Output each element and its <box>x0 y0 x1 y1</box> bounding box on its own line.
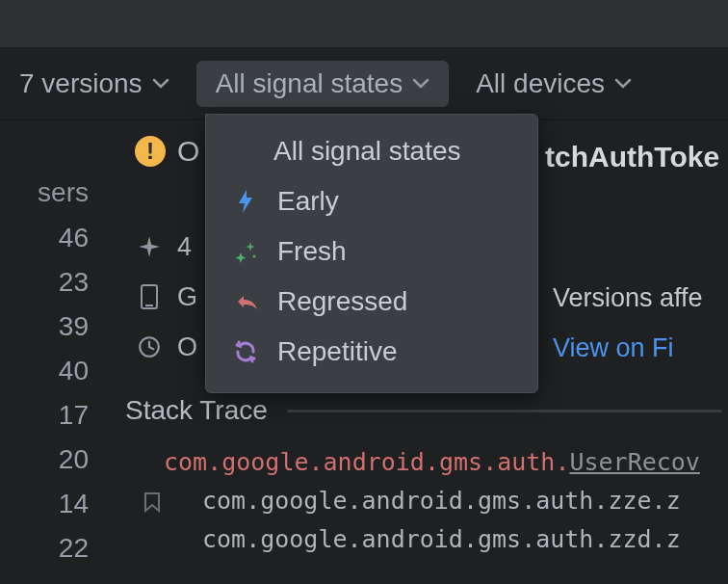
sparkles-icon <box>231 239 260 264</box>
sync-icon <box>231 339 260 364</box>
dropdown-item-regressed[interactable]: Regressed <box>206 277 537 327</box>
filter-bar: 7 versions All signal states All devices <box>0 48 728 120</box>
stack-trace: com.google.android.gms.auth.UserRecov co… <box>125 443 700 559</box>
signal-states-filter-label: All signal states <box>216 68 403 99</box>
clock-icon <box>135 334 164 359</box>
stack-line[interactable]: com.google.android.gms.auth.zze.z <box>125 482 700 520</box>
device-icon <box>135 283 164 310</box>
dropdown-item-label: Regressed <box>277 286 407 317</box>
list-item[interactable]: 22 <box>0 526 106 571</box>
divider <box>287 410 722 412</box>
dropdown-item-label: Repetitive <box>277 336 398 367</box>
bolt-icon <box>231 188 260 215</box>
signal-states-dropdown: All signal states Early Fresh Regressed <box>205 114 538 393</box>
issue-title: tchAuthToke <box>545 141 719 173</box>
dropdown-item-label: Early <box>277 186 339 217</box>
versions-filter[interactable]: 7 versions <box>0 61 189 107</box>
list-item[interactable]: 23 <box>0 260 106 305</box>
dropdown-item-fresh[interactable]: Fresh <box>206 226 537 277</box>
dropdown-item-label: All signal states <box>273 136 461 167</box>
dropdown-item-repetitive[interactable]: Repetitive <box>206 327 537 377</box>
devices-filter[interactable]: All devices <box>456 61 651 107</box>
warning-icon: ! <box>135 136 166 167</box>
devices-filter-label: All devices <box>476 68 605 99</box>
list-item[interactable]: 17 <box>0 393 106 438</box>
issue-title-prefix: O <box>177 135 199 168</box>
sidebar-header: sers <box>0 170 106 216</box>
list-item[interactable]: 14 <box>0 482 106 526</box>
dropdown-item-label: Fresh <box>277 236 347 267</box>
list-item[interactable]: 39 <box>0 305 106 349</box>
issue-header: ! O <box>135 135 199 168</box>
stack-line[interactable]: com.google.android.gms.auth.UserRecov <box>125 443 700 482</box>
undo-icon <box>231 292 260 311</box>
versions-affected-label: Versions affe <box>553 283 703 313</box>
dropdown-item-early[interactable]: Early <box>206 176 537 226</box>
list-item[interactable]: 20 <box>0 438 106 482</box>
sidebar-counts: sers 46 23 39 40 17 20 14 22 <box>0 170 106 571</box>
sparkle-icon <box>135 234 164 259</box>
versions-filter-label: 7 versions <box>19 68 143 99</box>
bookmark-gutter-icon[interactable] <box>143 491 162 515</box>
svg-rect-1 <box>145 305 153 306</box>
stack-trace-header: Stack Trace <box>125 395 722 426</box>
view-on-firebase-link[interactable]: View on Fi <box>553 333 674 363</box>
chevron-down-icon <box>412 78 429 90</box>
chevron-down-icon <box>614 78 632 90</box>
list-item[interactable]: 46 <box>0 216 106 260</box>
title-bar <box>0 0 728 48</box>
signal-states-filter[interactable]: All signal states <box>196 61 450 107</box>
stack-line[interactable]: com.google.android.gms.auth.zzd.z <box>125 520 700 559</box>
svg-point-3 <box>253 255 256 258</box>
stack-trace-label: Stack Trace <box>125 395 268 426</box>
list-item[interactable]: 40 <box>0 349 106 393</box>
dropdown-item-all[interactable]: All signal states <box>206 126 537 176</box>
chevron-down-icon <box>152 78 169 90</box>
